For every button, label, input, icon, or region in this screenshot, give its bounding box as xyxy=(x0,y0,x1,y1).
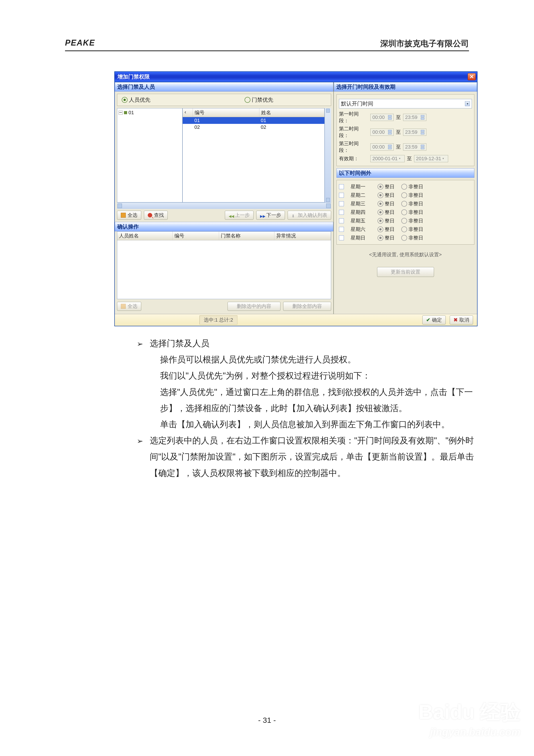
person-list[interactable]: ‹ 编号 姓名 01 01 02 xyxy=(183,108,325,202)
titlebar: 增加门禁权限 ✕ xyxy=(115,72,477,82)
notfullday-label: 非整日 xyxy=(408,209,423,216)
to-label: 至 xyxy=(407,155,412,162)
valid-to-input[interactable]: 2019-12-31▾ xyxy=(414,155,448,162)
bullet1-title: 选择门禁及人员 xyxy=(150,335,209,351)
weekday-checkbox[interactable] xyxy=(339,184,344,189)
radio-person-priority[interactable]: 人员优先 xyxy=(122,96,150,103)
to-label: 至 xyxy=(396,144,401,150)
weekday-checkbox[interactable] xyxy=(339,201,344,206)
notfullday-radio[interactable]: 非整日 xyxy=(401,234,423,241)
t3-from-input[interactable]: 00:00 xyxy=(370,143,394,150)
select-all-icon xyxy=(121,304,126,309)
notfullday-radio[interactable]: 非整日 xyxy=(401,209,423,216)
brand-text: PEAKE xyxy=(65,38,95,49)
col-number: 编号 xyxy=(193,108,259,117)
close-button[interactable]: ✕ xyxy=(468,73,476,80)
cancel-button[interactable]: ✖ 取消 xyxy=(450,315,473,324)
radio-dot-icon xyxy=(401,184,407,190)
radio-gate-label: 门禁优先 xyxy=(252,96,273,103)
list-row[interactable]: 02 02 xyxy=(183,124,324,131)
find-button[interactable]: 查找 xyxy=(144,211,168,220)
list-row[interactable]: 01 01 xyxy=(183,117,324,124)
chevron-left-icon[interactable]: ‹ xyxy=(183,108,193,117)
document-body: ➢ 选择门禁及人员 操作员可以根据人员优先或门禁优先进行人员授权。 我们以"人员… xyxy=(137,335,487,481)
valid-from-input[interactable]: 2000-01-01▾ xyxy=(370,155,405,162)
radio-dot-icon xyxy=(377,209,383,215)
ok-button[interactable]: ✔ 确定 xyxy=(422,315,446,324)
watermark: Baidu 经验 jingyan.baidu.com xyxy=(419,699,521,738)
priority-group: 人员优先 门禁优先 xyxy=(117,94,331,106)
delete-selected-button[interactable]: 删除选中的内容 xyxy=(228,302,280,311)
watermark-sub: jingyan.baidu.com xyxy=(419,726,521,738)
weekday-checkbox[interactable] xyxy=(339,193,344,198)
prev-button[interactable]: 上一步 xyxy=(225,211,254,220)
weekday-row: 星期三整日非整日 xyxy=(339,200,472,208)
select-all2-button[interactable]: 全选 xyxy=(117,302,141,311)
next-button[interactable]: 下一步 xyxy=(256,211,285,220)
weekday-label: 星期日 xyxy=(351,234,371,241)
t1-from-input[interactable]: 00:00 xyxy=(370,114,394,121)
weekday-row: 星期四整日非整日 xyxy=(339,208,472,217)
col-name: 姓名 xyxy=(259,108,324,117)
company-text: 深圳市披克电子有限公司 xyxy=(380,38,469,49)
radio-gate-priority[interactable]: 门禁优先 xyxy=(244,96,273,103)
fullday-radio[interactable]: 整日 xyxy=(377,217,394,224)
dialog-footer: 选中:1 总计:2 ✔ 确定 ✖ 取消 xyxy=(115,314,477,326)
t1-to-input[interactable]: 23:59 xyxy=(403,114,426,121)
radio-dot-icon xyxy=(377,218,383,224)
watermark-main: Baidu 经验 xyxy=(419,701,521,723)
t2-from-input[interactable]: 00:00 xyxy=(370,129,394,136)
weekday-label: 星期三 xyxy=(351,201,371,207)
t3-to-input[interactable]: 23:59 xyxy=(403,143,426,150)
fullday-radio[interactable]: 整日 xyxy=(377,183,394,190)
select-all2-label: 全选 xyxy=(128,303,138,310)
cell-name: 02 xyxy=(259,124,324,131)
fullday-radio[interactable]: 整日 xyxy=(377,209,394,216)
tree-root-label: 01 xyxy=(128,110,134,116)
fullday-label: 整日 xyxy=(385,183,394,190)
t3-label: 第三时间段： xyxy=(339,140,368,154)
fullday-radio[interactable]: 整日 xyxy=(377,201,394,207)
horizontal-scrollbar[interactable] xyxy=(117,202,331,209)
weekday-checkbox[interactable] xyxy=(339,235,344,240)
add-to-list-button[interactable]: 加入确认列表 xyxy=(288,211,331,220)
tree-collapse-icon[interactable] xyxy=(118,111,123,115)
fullday-radio[interactable]: 整日 xyxy=(377,234,394,241)
notfullday-radio[interactable]: 非整日 xyxy=(401,226,423,233)
check-icon: ✔ xyxy=(426,317,430,323)
fullday-radio[interactable]: 整日 xyxy=(377,192,394,199)
cell-num: 01 xyxy=(192,117,259,124)
delete-all-button[interactable]: 删除全部内容 xyxy=(283,302,331,311)
notfullday-label: 非整日 xyxy=(408,226,423,233)
notfullday-radio[interactable]: 非整日 xyxy=(401,192,423,199)
weekday-checkbox[interactable] xyxy=(339,218,344,223)
notfullday-radio[interactable]: 非整日 xyxy=(401,183,423,190)
t2-to-input[interactable]: 23:59 xyxy=(403,129,426,136)
t2-label: 第二时间段： xyxy=(339,125,368,139)
radio-dot-icon xyxy=(244,97,250,103)
to-label: 至 xyxy=(396,114,401,121)
update-settings-button[interactable]: 更新当前设置 xyxy=(377,267,434,277)
prev-label: 上一步 xyxy=(235,212,250,219)
delete-all-label: 删除全部内容 xyxy=(292,303,322,310)
notfullday-radio[interactable]: 非整日 xyxy=(401,201,423,207)
radio-dot-icon xyxy=(377,235,383,241)
notfullday-radio[interactable]: 非整日 xyxy=(401,217,423,224)
select-all-icon xyxy=(121,213,126,218)
status-text: 选中:1 总计:2 xyxy=(199,315,238,324)
confirm-table[interactable]: 人员姓名 编号 门禁名称 异常情况 xyxy=(117,231,331,299)
select-all-button[interactable]: 全选 xyxy=(117,211,141,220)
open-time-select[interactable]: 默认开门时间 ▾ xyxy=(339,99,472,108)
weekday-checkbox[interactable] xyxy=(339,227,344,232)
radio-dot-icon xyxy=(377,227,383,232)
next-label: 下一步 xyxy=(266,212,281,219)
radio-dot-icon xyxy=(401,218,407,224)
week-exception-group: 星期一整日非整日星期二整日非整日星期三整日非整日星期四整日非整日星期五整日非整日… xyxy=(337,180,474,245)
weekday-checkbox[interactable] xyxy=(339,210,344,215)
cell-num: 02 xyxy=(192,124,259,131)
weekday-row: 星期六整日非整日 xyxy=(339,225,472,233)
notfullday-label: 非整日 xyxy=(408,192,423,199)
vertical-scrollbar[interactable] xyxy=(325,108,331,202)
group-tree[interactable]: 01 xyxy=(117,108,183,202)
fullday-radio[interactable]: 整日 xyxy=(377,226,394,233)
